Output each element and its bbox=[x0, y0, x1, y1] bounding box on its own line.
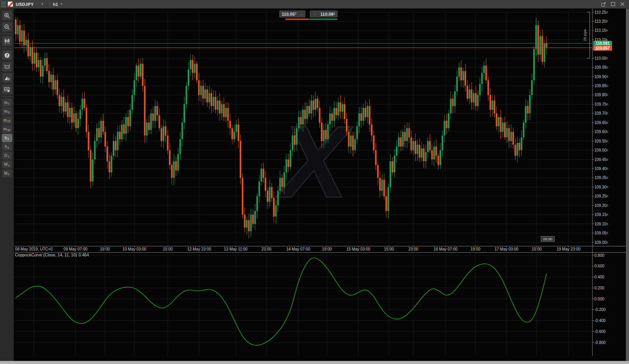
candle-body bbox=[140, 64, 141, 77]
tf-button-m1[interactable]: m1 bbox=[2, 99, 12, 107]
indicator-label[interactable]: CoppockCurve (Close, 14, 11, 10)0.464 bbox=[15, 252, 89, 257]
price-axis-label: 109.750 bbox=[594, 102, 608, 106]
horizontal-scrollbar[interactable] bbox=[0, 361, 629, 364]
zoom-out-button[interactable] bbox=[2, 22, 12, 32]
price-axis-label: 109.100 bbox=[594, 222, 608, 226]
candle-body bbox=[358, 113, 360, 126]
candle-body bbox=[288, 159, 289, 167]
cbots-button[interactable] bbox=[2, 62, 12, 71]
candle-body bbox=[402, 132, 403, 147]
tf-button-h1[interactable]: h1 bbox=[2, 134, 12, 142]
price-axis-label: 109.600 bbox=[594, 130, 608, 134]
chart-settings-button[interactable] bbox=[2, 84, 12, 94]
candle-body bbox=[246, 220, 248, 228]
candle-body bbox=[125, 117, 127, 134]
pips-measurement-label: 25 pips bbox=[583, 29, 587, 41]
candle-body bbox=[209, 93, 210, 102]
candle-body bbox=[271, 187, 273, 198]
price-axis-label: 110.000 bbox=[594, 56, 608, 60]
candle-body bbox=[38, 60, 39, 68]
candle-body bbox=[346, 119, 347, 132]
candle-body bbox=[512, 132, 514, 145]
candle-body bbox=[221, 104, 223, 113]
price-axis-label: 110.100 bbox=[594, 38, 608, 42]
candle-body bbox=[28, 40, 29, 56]
tf-button-m30[interactable]: m30 bbox=[2, 125, 12, 133]
candle-body bbox=[206, 90, 208, 102]
candle-body bbox=[334, 108, 335, 121]
candle-body bbox=[252, 215, 254, 224]
candle-body bbox=[502, 123, 504, 132]
candle-body bbox=[82, 99, 83, 110]
candle-body bbox=[59, 95, 60, 106]
app-logo-icon bbox=[8, 2, 13, 7]
candle-body bbox=[267, 191, 268, 202]
price-axis-label: 109.400 bbox=[594, 166, 608, 171]
tf-button-m5[interactable]: m5 bbox=[2, 107, 12, 115]
candle-body bbox=[383, 180, 385, 196]
candle-body bbox=[244, 215, 246, 228]
indicator-axis-label: 0.000 bbox=[594, 297, 604, 301]
candle-body bbox=[211, 93, 212, 106]
tf-button-h4[interactable]: h4 bbox=[2, 143, 12, 151]
candle-body bbox=[473, 93, 475, 102]
close-button[interactable] bbox=[620, 2, 625, 7]
indicator-axis-label: 0.400 bbox=[594, 275, 604, 279]
candle-body bbox=[90, 150, 92, 182]
price-axis-label: 109.000 bbox=[594, 240, 608, 245]
candle-body bbox=[217, 101, 218, 110]
candle-body bbox=[136, 66, 137, 80]
candle-body bbox=[260, 168, 262, 181]
candle-body bbox=[423, 148, 424, 161]
candle-body bbox=[385, 196, 387, 211]
candle-body bbox=[488, 80, 489, 95]
candle-body bbox=[377, 165, 379, 178]
candle-body bbox=[219, 101, 220, 113]
time-axis[interactable]: 08 May 2019, UTC+009 May 07:0019:0010 Ma… bbox=[15, 246, 580, 251]
chart-window-titlebar[interactable]: USDJPY ▼ h1 ▼ bbox=[0, 0, 629, 9]
candle-body bbox=[129, 110, 131, 126]
tf-button-m15[interactable]: m15 bbox=[2, 116, 12, 124]
indicators-button[interactable]: f bbox=[2, 50, 12, 60]
indicator-axis-label: 0.800 bbox=[594, 253, 604, 258]
tf-button-M1[interactable]: M1 bbox=[2, 169, 12, 177]
tf-button-W1[interactable]: W1 bbox=[2, 160, 12, 168]
candle-body bbox=[440, 150, 441, 165]
indicator-axis-label: -0.600 bbox=[594, 329, 606, 334]
indicator-axis[interactable]: 0.8000.6000.4000.2000.000-0.200-0.400-0.… bbox=[592, 253, 606, 345]
candle-body bbox=[185, 86, 187, 104]
candle-body bbox=[392, 161, 393, 172]
timeframe-dropdown-caret-icon[interactable]: ▼ bbox=[60, 2, 63, 6]
sell-button[interactable]: 110.057 → bbox=[279, 10, 306, 18]
zoom-in-button[interactable] bbox=[2, 11, 12, 20]
candle-body bbox=[273, 198, 275, 216]
drawing-tools-button[interactable] bbox=[2, 73, 12, 83]
candle-body bbox=[34, 53, 35, 64]
window-grip[interactable] bbox=[1, 1, 6, 8]
candle-body bbox=[456, 77, 458, 91]
maximize-button[interactable] bbox=[610, 2, 616, 7]
candle-body bbox=[146, 123, 148, 135]
symbol-dropdown-caret-icon[interactable]: ▼ bbox=[41, 2, 44, 6]
buy-button[interactable]: → 110.081 bbox=[310, 10, 338, 18]
candle-body bbox=[67, 102, 68, 117]
price-axis-label: 110.250 bbox=[594, 10, 608, 15]
candle-body bbox=[229, 121, 231, 128]
candle-body bbox=[379, 178, 381, 191]
candle-body bbox=[225, 108, 227, 117]
price-axis-label: 109.350 bbox=[594, 176, 608, 180]
candle-body bbox=[29, 47, 31, 56]
chart-style-button[interactable] bbox=[2, 36, 12, 46]
tf-button-D1[interactable]: D1 bbox=[2, 152, 12, 160]
time-axis-label: 19:00 bbox=[100, 247, 110, 251]
candle-body bbox=[275, 205, 277, 216]
popout-window-button[interactable] bbox=[601, 2, 606, 7]
candle-body bbox=[100, 121, 102, 137]
candle-body bbox=[119, 132, 121, 139]
candle-body bbox=[339, 102, 341, 112]
candle-body bbox=[396, 146, 398, 155]
candle-body bbox=[238, 124, 239, 141]
candle-body bbox=[408, 128, 410, 137]
candle-body bbox=[75, 113, 77, 128]
candle-body bbox=[65, 102, 66, 112]
